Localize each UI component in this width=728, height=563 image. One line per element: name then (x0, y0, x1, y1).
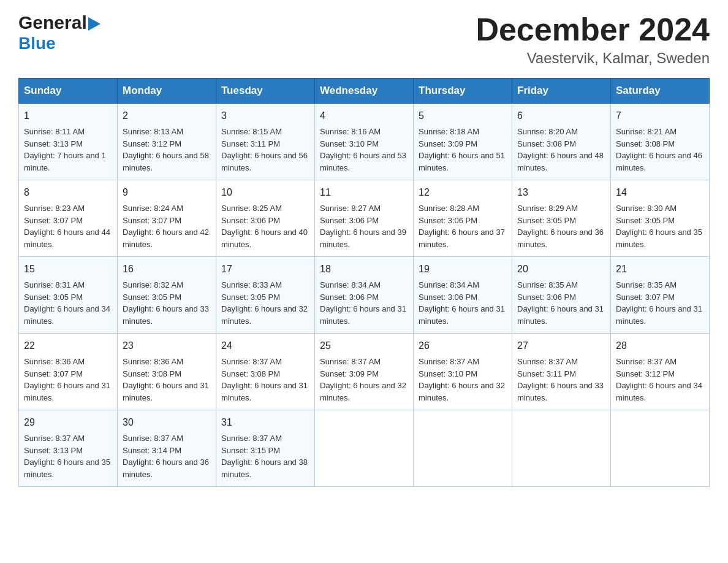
day-number: 16 (123, 262, 211, 277)
day-number: 27 (517, 339, 605, 353)
day-number: 10 (221, 185, 309, 200)
calendar-cell: 1Sunrise: 8:11 AMSunset: 3:13 PMDaylight… (19, 104, 118, 180)
svg-marker-0 (88, 17, 100, 31)
calendar-cell: 22Sunrise: 8:36 AMSunset: 3:07 PMDayligh… (19, 334, 118, 410)
calendar-cell: 8Sunrise: 8:23 AMSunset: 3:07 PMDaylight… (19, 180, 118, 257)
calendar-table: SundayMondayTuesdayWednesdayThursdayFrid… (18, 78, 710, 487)
calendar-cell: 31Sunrise: 8:37 AMSunset: 3:15 PMDayligh… (216, 410, 315, 487)
calendar-cell (611, 410, 710, 487)
day-number: 21 (616, 262, 704, 277)
day-number: 11 (320, 185, 408, 200)
logo-arrow-icon (88, 17, 100, 31)
day-number: 26 (419, 339, 507, 353)
calendar-cell: 9Sunrise: 8:24 AMSunset: 3:07 PMDaylight… (118, 180, 216, 257)
day-number: 28 (616, 339, 704, 353)
calendar-cell: 20Sunrise: 8:35 AMSunset: 3:06 PMDayligh… (512, 257, 611, 334)
calendar-cell: 23Sunrise: 8:36 AMSunset: 3:08 PMDayligh… (118, 334, 216, 410)
calendar-cell (315, 410, 414, 487)
calendar-week-4: 22Sunrise: 8:36 AMSunset: 3:07 PMDayligh… (19, 334, 710, 410)
weekday-header-sunday: Sunday (19, 79, 118, 104)
calendar-cell: 27Sunrise: 8:37 AMSunset: 3:11 PMDayligh… (512, 334, 611, 410)
day-info: Sunrise: 8:30 AMSunset: 3:05 PMDaylight:… (616, 204, 702, 249)
day-number: 24 (221, 339, 309, 353)
day-info: Sunrise: 8:37 AMSunset: 3:09 PMDaylight:… (320, 357, 406, 402)
calendar-cell: 6Sunrise: 8:20 AMSunset: 3:08 PMDaylight… (512, 104, 611, 180)
day-info: Sunrise: 8:25 AMSunset: 3:06 PMDaylight:… (221, 204, 308, 249)
calendar-cell (512, 410, 611, 487)
calendar-week-5: 29Sunrise: 8:37 AMSunset: 3:13 PMDayligh… (19, 410, 710, 487)
calendar-cell: 28Sunrise: 8:37 AMSunset: 3:12 PMDayligh… (611, 334, 710, 410)
calendar-cell: 10Sunrise: 8:25 AMSunset: 3:06 PMDayligh… (216, 180, 315, 257)
day-number: 12 (419, 185, 507, 200)
weekday-header-friday: Friday (512, 79, 611, 104)
day-info: Sunrise: 8:37 AMSunset: 3:11 PMDaylight:… (517, 357, 604, 402)
calendar-cell: 3Sunrise: 8:15 AMSunset: 3:11 PMDaylight… (216, 104, 315, 180)
day-number: 15 (24, 262, 112, 277)
day-info: Sunrise: 8:37 AMSunset: 3:14 PMDaylight:… (123, 434, 209, 479)
day-number: 9 (123, 185, 211, 200)
day-number: 14 (616, 185, 704, 200)
day-info: Sunrise: 8:37 AMSunset: 3:12 PMDaylight:… (616, 357, 702, 402)
calendar-cell: 29Sunrise: 8:37 AMSunset: 3:13 PMDayligh… (19, 410, 118, 487)
day-info: Sunrise: 8:20 AMSunset: 3:08 PMDaylight:… (517, 127, 604, 172)
month-title: December 2024 (476, 12, 710, 47)
day-number: 6 (517, 109, 605, 123)
day-number: 29 (24, 415, 112, 430)
calendar-cell: 17Sunrise: 8:33 AMSunset: 3:05 PMDayligh… (216, 257, 315, 334)
weekday-header-saturday: Saturday (611, 79, 710, 104)
calendar-cell: 13Sunrise: 8:29 AMSunset: 3:05 PMDayligh… (512, 180, 611, 257)
calendar-cell: 12Sunrise: 8:28 AMSunset: 3:06 PMDayligh… (414, 180, 512, 257)
day-info: Sunrise: 8:35 AMSunset: 3:07 PMDaylight:… (616, 280, 702, 326)
day-info: Sunrise: 8:37 AMSunset: 3:13 PMDaylight:… (24, 434, 110, 479)
calendar-cell: 2Sunrise: 8:13 AMSunset: 3:12 PMDaylight… (118, 104, 216, 180)
day-info: Sunrise: 8:33 AMSunset: 3:05 PMDaylight:… (221, 280, 308, 326)
calendar-body: 1Sunrise: 8:11 AMSunset: 3:13 PMDaylight… (19, 104, 710, 487)
day-info: Sunrise: 8:13 AMSunset: 3:12 PMDaylight:… (123, 127, 209, 172)
day-number: 18 (320, 262, 408, 277)
day-info: Sunrise: 8:24 AMSunset: 3:07 PMDaylight:… (123, 204, 209, 249)
day-info: Sunrise: 8:11 AMSunset: 3:13 PMDaylight:… (24, 127, 106, 172)
day-number: 2 (123, 109, 211, 123)
day-info: Sunrise: 8:36 AMSunset: 3:08 PMDaylight:… (123, 357, 209, 402)
day-info: Sunrise: 8:18 AMSunset: 3:09 PMDaylight:… (419, 127, 505, 172)
weekday-header-thursday: Thursday (414, 79, 512, 104)
day-number: 4 (320, 109, 408, 123)
day-info: Sunrise: 8:32 AMSunset: 3:05 PMDaylight:… (123, 280, 209, 326)
day-info: Sunrise: 8:31 AMSunset: 3:05 PMDaylight:… (24, 280, 110, 326)
calendar-cell: 16Sunrise: 8:32 AMSunset: 3:05 PMDayligh… (118, 257, 216, 334)
day-number: 22 (24, 339, 112, 353)
day-info: Sunrise: 8:27 AMSunset: 3:06 PMDaylight:… (320, 204, 406, 249)
calendar-cell: 5Sunrise: 8:18 AMSunset: 3:09 PMDaylight… (414, 104, 512, 180)
day-number: 25 (320, 339, 408, 353)
day-info: Sunrise: 8:28 AMSunset: 3:06 PMDaylight:… (419, 204, 505, 249)
day-number: 13 (517, 185, 605, 200)
calendar-cell: 24Sunrise: 8:37 AMSunset: 3:08 PMDayligh… (216, 334, 315, 410)
logo: General Blue (18, 12, 100, 53)
day-number: 30 (123, 415, 211, 430)
calendar-cell: 18Sunrise: 8:34 AMSunset: 3:06 PMDayligh… (315, 257, 414, 334)
calendar-cell: 19Sunrise: 8:34 AMSunset: 3:06 PMDayligh… (414, 257, 512, 334)
day-info: Sunrise: 8:37 AMSunset: 3:15 PMDaylight:… (221, 434, 308, 479)
day-info: Sunrise: 8:16 AMSunset: 3:10 PMDaylight:… (320, 127, 406, 172)
day-info: Sunrise: 8:37 AMSunset: 3:10 PMDaylight:… (419, 357, 505, 402)
calendar-cell: 14Sunrise: 8:30 AMSunset: 3:05 PMDayligh… (611, 180, 710, 257)
day-info: Sunrise: 8:35 AMSunset: 3:06 PMDaylight:… (517, 280, 604, 326)
location: Vaestervik, Kalmar, Sweden (476, 50, 710, 67)
day-number: 19 (419, 262, 507, 277)
weekday-header-tuesday: Tuesday (216, 79, 315, 104)
day-info: Sunrise: 8:15 AMSunset: 3:11 PMDaylight:… (221, 127, 308, 172)
weekday-header-wednesday: Wednesday (315, 79, 414, 104)
day-number: 17 (221, 262, 309, 277)
calendar-cell: 7Sunrise: 8:21 AMSunset: 3:08 PMDaylight… (611, 104, 710, 180)
day-info: Sunrise: 8:34 AMSunset: 3:06 PMDaylight:… (320, 280, 406, 326)
title-block: December 2024 Vaestervik, Kalmar, Sweden (476, 12, 710, 67)
day-info: Sunrise: 8:37 AMSunset: 3:08 PMDaylight:… (221, 357, 308, 402)
day-number: 1 (24, 109, 112, 123)
calendar-week-3: 15Sunrise: 8:31 AMSunset: 3:05 PMDayligh… (19, 257, 710, 334)
day-number: 20 (517, 262, 605, 277)
calendar-cell: 30Sunrise: 8:37 AMSunset: 3:14 PMDayligh… (118, 410, 216, 487)
calendar-cell: 25Sunrise: 8:37 AMSunset: 3:09 PMDayligh… (315, 334, 414, 410)
day-number: 23 (123, 339, 211, 353)
logo-line2: Blue (18, 34, 100, 53)
day-info: Sunrise: 8:34 AMSunset: 3:06 PMDaylight:… (419, 280, 505, 326)
